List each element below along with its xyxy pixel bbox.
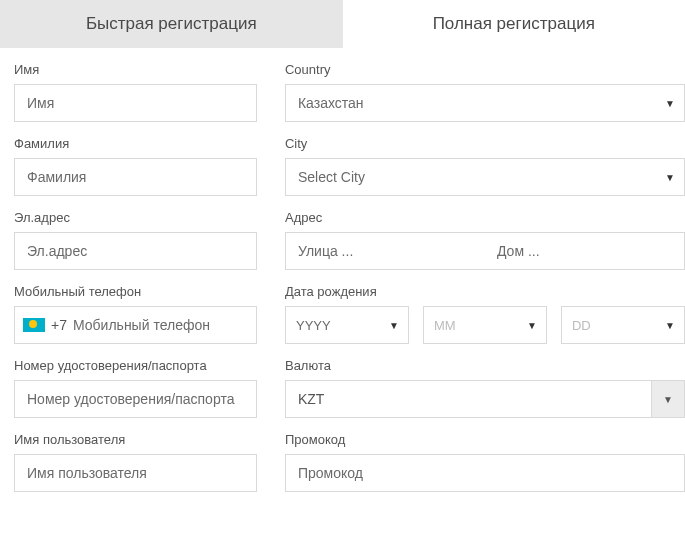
field-country: Country Казахстан ▼ xyxy=(285,62,685,122)
city-select[interactable]: Select City xyxy=(285,158,685,196)
promo-label: Промокод xyxy=(285,432,685,447)
field-dob: Дата рождения YYYY ▼ MM ▼ DD xyxy=(285,284,685,344)
email-label: Эл.адрес xyxy=(14,210,257,225)
field-passport: Номер удостоверения/паспорта xyxy=(14,358,257,418)
right-column: Country Казахстан ▼ City Select City ▼ А… xyxy=(285,62,685,506)
field-currency: Валюта KZT ▼ xyxy=(285,358,685,418)
registration-tabs: Быстрая регистрация Полная регистрация xyxy=(0,0,685,48)
tab-quick-registration[interactable]: Быстрая регистрация xyxy=(0,0,343,48)
dob-month-select[interactable]: MM xyxy=(423,306,547,344)
field-city: City Select City ▼ xyxy=(285,136,685,196)
username-input[interactable] xyxy=(14,454,257,492)
dob-day-select[interactable]: DD xyxy=(561,306,685,344)
phone-prefix: +7 xyxy=(51,317,67,333)
caret-down-icon: ▼ xyxy=(663,394,673,405)
house-input[interactable] xyxy=(485,233,684,269)
address-input-group xyxy=(285,232,685,270)
dob-label: Дата рождения xyxy=(285,284,685,299)
dob-year-select[interactable]: YYYY xyxy=(285,306,409,344)
field-promo: Промокод xyxy=(285,432,685,492)
surname-input[interactable] xyxy=(14,158,257,196)
field-email: Эл.адрес xyxy=(14,210,257,270)
dob-input-group: YYYY ▼ MM ▼ DD ▼ xyxy=(285,306,685,344)
currency-label: Валюта xyxy=(285,358,685,373)
tab-full-registration[interactable]: Полная регистрация xyxy=(343,0,686,48)
city-select-wrap: Select City ▼ xyxy=(285,158,685,196)
field-username: Имя пользователя xyxy=(14,432,257,492)
currency-dropdown-button[interactable]: ▼ xyxy=(651,380,685,418)
address-label: Адрес xyxy=(285,210,685,225)
passport-label: Номер удостоверения/паспорта xyxy=(14,358,257,373)
username-label: Имя пользователя xyxy=(14,432,257,447)
phone-label: Мобильный телефон xyxy=(14,284,257,299)
email-input[interactable] xyxy=(14,232,257,270)
field-phone: Мобильный телефон +7 xyxy=(14,284,257,344)
passport-input[interactable] xyxy=(14,380,257,418)
city-label: City xyxy=(285,136,685,151)
name-input[interactable] xyxy=(14,84,257,122)
currency-value[interactable]: KZT xyxy=(285,380,651,418)
left-column: Имя Фамилия Эл.адрес Мобильный телефон +… xyxy=(14,62,257,506)
phone-input-group: +7 xyxy=(14,306,257,344)
field-name: Имя xyxy=(14,62,257,122)
street-input[interactable] xyxy=(286,233,485,269)
promo-input[interactable] xyxy=(285,454,685,492)
country-select[interactable]: Казахстан xyxy=(285,84,685,122)
registration-form: Имя Фамилия Эл.адрес Мобильный телефон +… xyxy=(0,48,685,506)
country-select-wrap: Казахстан ▼ xyxy=(285,84,685,122)
field-surname: Фамилия xyxy=(14,136,257,196)
name-label: Имя xyxy=(14,62,257,77)
surname-label: Фамилия xyxy=(14,136,257,151)
flag-kazakhstan-icon[interactable] xyxy=(23,318,45,332)
field-address: Адрес xyxy=(285,210,685,270)
country-label: Country xyxy=(285,62,685,77)
currency-input-group: KZT ▼ xyxy=(285,380,685,418)
phone-input[interactable] xyxy=(73,307,248,343)
